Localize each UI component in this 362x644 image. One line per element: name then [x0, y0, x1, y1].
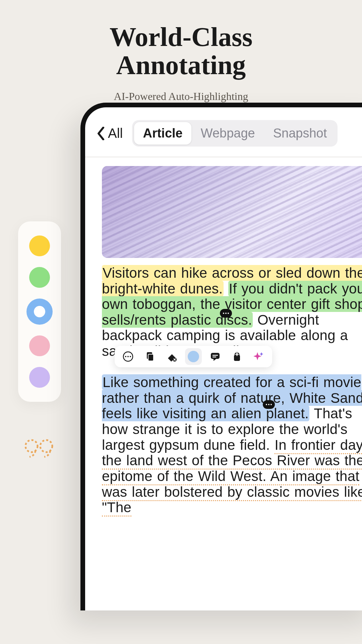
back-button[interactable]: All	[97, 126, 129, 141]
color-palette	[18, 221, 61, 402]
back-label: All	[108, 126, 123, 141]
copy-button[interactable]	[141, 348, 158, 365]
svg-rect-9	[211, 353, 220, 359]
swatch-yellow[interactable]	[29, 235, 50, 256]
more-icon	[122, 351, 134, 362]
share-button[interactable]	[229, 348, 245, 365]
more-button[interactable]	[120, 348, 136, 365]
divider	[85, 157, 362, 157]
sparkle-icon	[253, 351, 264, 362]
erase-button[interactable]	[163, 348, 180, 365]
swatch-green[interactable]	[29, 267, 50, 288]
tab-snapshot[interactable]: Snapshot	[264, 122, 336, 145]
phone-mockup: All Article Webpage Snapshot Visitors ca…	[80, 103, 362, 610]
hero-title: World-Class Annotating	[0, 23, 362, 79]
comment-button[interactable]	[207, 348, 224, 365]
note-indicator[interactable]	[220, 309, 232, 318]
svg-rect-7	[148, 354, 154, 361]
article-hero-image	[102, 166, 362, 258]
copy-icon	[144, 351, 156, 362]
svg-point-0	[25, 440, 38, 452]
highlight-color-button[interactable]	[185, 348, 202, 365]
tab-group: Article Webpage Snapshot	[132, 120, 338, 147]
eraser-icon	[166, 351, 177, 362]
svg-point-5	[130, 356, 131, 357]
article-body[interactable]: Visitors can hike across or sled down th…	[102, 265, 362, 516]
tab-webpage[interactable]: Webpage	[192, 122, 264, 145]
comment-icon	[209, 351, 221, 362]
nav-row: All Article Webpage Snapshot	[95, 120, 362, 147]
swatch-purple[interactable]	[29, 367, 50, 388]
ai-button[interactable]	[250, 348, 267, 365]
note-indicator[interactable]	[263, 400, 275, 409]
svg-point-4	[127, 356, 129, 357]
tab-article[interactable]: Article	[134, 122, 191, 145]
swatch-blue[interactable]	[26, 299, 53, 325]
share-icon	[231, 351, 243, 362]
swatch-pink[interactable]	[29, 335, 50, 356]
svg-point-3	[125, 356, 126, 357]
selection-toolbar	[115, 346, 272, 367]
quotemark-icon	[24, 436, 54, 460]
chevron-left-icon	[97, 127, 105, 140]
svg-rect-11	[213, 357, 216, 358]
highlight-color-icon	[188, 351, 199, 362]
svg-rect-10	[213, 355, 218, 356]
svg-point-1	[40, 440, 52, 452]
